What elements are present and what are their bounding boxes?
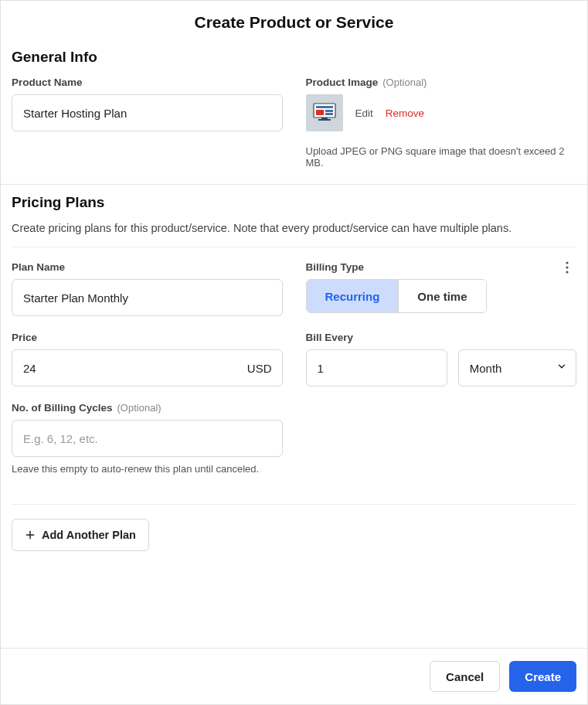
price-input[interactable] xyxy=(12,349,283,387)
svg-rect-2 xyxy=(316,110,324,115)
general-info-section: General Info Product Name Product Image … xyxy=(1,39,587,184)
plan-bottom-divider xyxy=(12,504,576,505)
bill-every-field: Bill Every xyxy=(306,332,577,387)
plan-top-divider xyxy=(12,247,576,247)
kebab-icon xyxy=(566,261,569,274)
plan-name-input[interactable] xyxy=(12,279,283,316)
monitor-icon xyxy=(311,99,338,127)
product-name-label: Product Name xyxy=(12,77,283,88)
pricing-heading: Pricing Plans xyxy=(12,194,576,211)
bill-every-input[interactable] xyxy=(306,349,447,387)
price-label: Price xyxy=(12,332,283,343)
modal-title: Create Product or Service xyxy=(1,1,587,39)
product-name-input[interactable] xyxy=(12,94,283,131)
plus-icon xyxy=(25,530,36,540)
billing-cycles-hint: Leave this empty to auto-renew this plan… xyxy=(12,463,283,475)
cancel-button[interactable]: Cancel xyxy=(430,661,500,692)
plan-menu-button[interactable] xyxy=(558,258,576,277)
product-image-thumbnail[interactable] xyxy=(306,94,343,131)
svg-rect-3 xyxy=(325,110,333,112)
billing-cycles-input[interactable] xyxy=(12,420,283,457)
create-product-modal: Create Product or Service General Info P… xyxy=(0,0,588,705)
billing-onetime-button[interactable]: One time xyxy=(399,280,485,312)
product-image-label: Product Image (Optional) xyxy=(306,77,577,88)
pricing-plans-section: Pricing Plans Create pricing plans for t… xyxy=(1,185,587,567)
add-another-plan-button[interactable]: Add Another Plan xyxy=(12,519,149,551)
optional-label: (Optional) xyxy=(382,77,427,88)
plan-name-field: Plan Name xyxy=(12,261,283,316)
billing-cycles-label: No. of Billing Cycles (Optional) xyxy=(12,402,283,414)
remove-image-link[interactable]: Remove xyxy=(386,107,424,119)
edit-image-link[interactable]: Edit xyxy=(355,107,373,119)
billing-type-segmented: Recurring One time xyxy=(306,279,487,313)
pricing-sub: Create pricing plans for this product/se… xyxy=(12,222,576,234)
svg-point-8 xyxy=(566,266,568,268)
bill-unit-select[interactable] xyxy=(458,349,576,387)
price-field: Price USD xyxy=(12,332,283,387)
bill-every-label: Bill Every xyxy=(306,332,577,343)
plan-name-label: Plan Name xyxy=(12,261,283,273)
currency-suffix: USD xyxy=(247,362,272,375)
svg-rect-6 xyxy=(318,119,331,121)
billing-type-field: Billing Type Recurring One time xyxy=(306,261,577,313)
billing-type-label: Billing Type xyxy=(306,261,577,273)
svg-rect-1 xyxy=(316,106,333,108)
general-info-heading: General Info xyxy=(12,49,576,66)
modal-footer: Cancel Create xyxy=(1,648,587,704)
svg-rect-5 xyxy=(321,118,328,119)
billing-recurring-button[interactable]: Recurring xyxy=(307,280,399,312)
billing-cycles-field: No. of Billing Cycles (Optional) Leave t… xyxy=(12,402,283,475)
optional-label: (Optional) xyxy=(117,402,161,414)
svg-point-7 xyxy=(566,261,568,264)
svg-rect-4 xyxy=(325,113,333,115)
svg-point-9 xyxy=(566,271,568,273)
create-button[interactable]: Create xyxy=(509,661,576,692)
upload-hint: Upload JPEG or PNG square image that doe… xyxy=(306,145,577,169)
product-image-field: Product Image (Optional) xyxy=(306,77,577,169)
product-name-field: Product Name xyxy=(12,77,283,131)
